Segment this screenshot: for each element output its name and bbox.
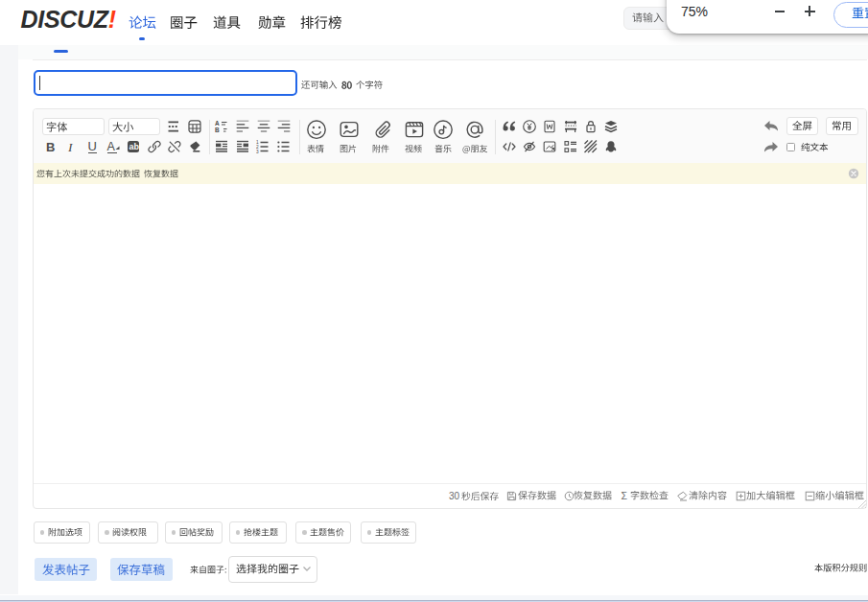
svg-text:B: B (215, 127, 220, 133)
svg-text:A: A (215, 120, 220, 127)
svg-text:3: 3 (256, 149, 259, 152)
